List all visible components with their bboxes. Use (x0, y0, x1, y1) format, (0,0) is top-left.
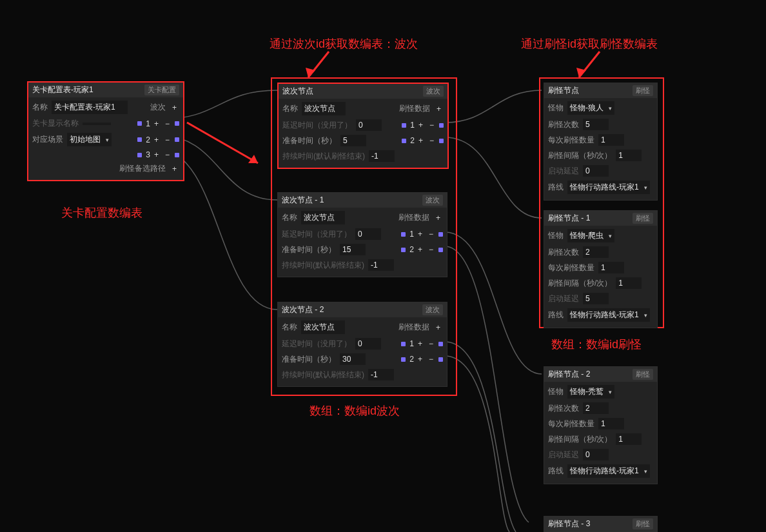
duration-input[interactable]: -1 (368, 259, 394, 271)
add-spawn-button[interactable]: + (433, 213, 443, 222)
count-label: 刷怪次数 (548, 247, 579, 258)
port-icon[interactable] (175, 137, 179, 142)
spawn-list-label: 刷怪数据 (398, 322, 429, 333)
spawn-node-2[interactable]: 刷怪节点 - 2刷怪 怪物怪物-秃鹫 刷怪次数2 每次刷怪数量1 刷怪间隔（秒/… (544, 366, 658, 484)
minus-icon[interactable]: − (426, 339, 436, 348)
spawn-index: 1 (409, 339, 414, 348)
interval-input[interactable]: 1 (616, 277, 642, 289)
plus-icon[interactable]: + (416, 121, 426, 130)
display-input[interactable] (83, 123, 111, 125)
per-label: 每次刷怪数量 (548, 419, 594, 429)
monster-select[interactable]: 怪物-爬虫 (567, 229, 614, 242)
route-select[interactable]: 怪物行动路线-玩家1 (567, 308, 650, 322)
display-label: 关卡显示名称 (32, 118, 79, 129)
interval-input[interactable]: 1 (616, 150, 642, 161)
annotation-top-right: 通过刷怪id获取刷怪数编表 (521, 36, 658, 52)
prepare-input[interactable]: 30 (340, 353, 366, 365)
svg-line-0 (308, 52, 329, 77)
name-input[interactable]: 波次节点 (302, 102, 346, 115)
per-input[interactable]: 1 (598, 134, 624, 146)
plus-icon[interactable]: + (152, 135, 161, 144)
minus-icon[interactable]: − (427, 136, 437, 145)
port-icon[interactable] (438, 357, 443, 362)
add-spawn-button[interactable]: + (433, 323, 443, 332)
delay-input[interactable]: 0 (355, 228, 381, 240)
wave-node-1[interactable]: 波次节点 - 1波次 名称波次节点刷怪数据+ 延迟时间（没用了）01+− 准备时… (277, 192, 447, 277)
port-icon[interactable] (438, 248, 443, 252)
node-header[interactable]: 关卡配置表-玩家1 关卡配置 (28, 83, 183, 97)
scene-select[interactable]: 初始地图 (67, 133, 112, 146)
delay-label: 延迟时间（没用了） (282, 229, 351, 240)
plus-icon[interactable]: + (152, 150, 161, 159)
name-label: 名称 (32, 102, 48, 113)
minus-icon[interactable]: − (426, 355, 436, 364)
minus-icon[interactable]: − (162, 150, 172, 159)
prepare-input[interactable]: 15 (340, 244, 366, 255)
port-icon[interactable] (175, 121, 179, 126)
per-input[interactable]: 1 (598, 262, 624, 273)
plus-icon[interactable]: + (152, 119, 161, 128)
spawn-node-3[interactable]: 刷怪节点 - 3刷怪 (544, 516, 658, 532)
port-icon[interactable] (438, 232, 443, 237)
interval-label: 刷怪间隔（秒/次） (548, 150, 612, 161)
duration-input[interactable]: -1 (369, 150, 395, 162)
interval-input[interactable]: 1 (616, 433, 642, 445)
count-label: 刷怪次数 (548, 119, 579, 130)
node-title: 刷怪节点 - 1 (548, 213, 590, 224)
minus-icon[interactable]: − (427, 121, 437, 130)
name-label: 名称 (282, 212, 297, 223)
port-icon (401, 357, 406, 362)
name-input[interactable]: 波次节点 (301, 320, 345, 334)
delay-input[interactable]: 0 (355, 338, 381, 350)
add-wave-button[interactable]: + (170, 103, 179, 112)
minus-icon[interactable]: − (162, 119, 172, 128)
minus-icon[interactable]: − (162, 135, 172, 144)
minus-icon[interactable]: − (426, 230, 436, 239)
route-select[interactable]: 怪物行动路线-玩家1 (567, 181, 650, 194)
node-title: 波次节点 - 1 (282, 195, 324, 206)
svg-line-4 (187, 123, 258, 163)
plus-icon[interactable]: + (415, 245, 425, 254)
wave-node-2[interactable]: 波次节点 - 2波次 名称波次节点刷怪数据+ 延迟时间（没用了）01+− 准备时… (277, 302, 447, 387)
route-select[interactable]: 怪物行动路线-玩家1 (567, 464, 650, 478)
delay-input[interactable]: 0 (356, 119, 382, 131)
plus-icon[interactable]: + (415, 339, 425, 348)
spawn-node-1[interactable]: 刷怪节点 - 1刷怪 怪物怪物-爬虫 刷怪次数2 每次刷怪数量1 刷怪间隔（秒/… (544, 210, 658, 328)
port-icon[interactable] (439, 123, 444, 128)
count-input[interactable]: 5 (583, 119, 609, 130)
start-delay-input[interactable]: 0 (583, 165, 609, 177)
annotation-left: 关卡配置数编表 (61, 205, 142, 221)
add-spawn-button[interactable]: + (434, 104, 444, 113)
port-icon[interactable] (439, 139, 444, 143)
wave-node-0[interactable]: 波次节点波次 名称波次节点刷怪数据+ 延迟时间（没用了）01+− 准备时间（秒）… (277, 83, 449, 169)
count-input[interactable]: 2 (583, 402, 609, 414)
node-title: 刷怪节点 (548, 85, 579, 96)
duration-input[interactable]: -1 (368, 369, 394, 380)
name-input[interactable]: 波次节点 (301, 211, 345, 224)
monster-select[interactable]: 怪物-狼人 (567, 101, 614, 115)
plus-icon[interactable]: + (415, 355, 425, 364)
start-delay-input[interactable]: 5 (583, 293, 609, 304)
prepare-label: 准备时间（秒） (282, 354, 336, 365)
add-path-button[interactable]: + (170, 164, 179, 173)
wave-list-label: 波次 (150, 102, 166, 113)
port-icon[interactable] (175, 153, 179, 157)
port-icon[interactable] (438, 342, 443, 346)
name-input[interactable]: 关卡配置表-玩家1 (52, 101, 128, 114)
node-tag: 刷怪 (633, 213, 653, 224)
start-delay-input[interactable]: 0 (583, 449, 609, 460)
interval-label: 刷怪间隔（秒/次） (548, 434, 612, 445)
plus-icon[interactable]: + (415, 230, 425, 239)
level-config-node[interactable]: 关卡配置表-玩家1 关卡配置 名称 关卡配置表-玩家1 波次 + 关卡显示名称 … (27, 81, 184, 181)
per-input[interactable]: 1 (598, 418, 624, 429)
plus-icon[interactable]: + (416, 136, 426, 145)
node-tag: 波次 (422, 304, 443, 315)
port-icon (401, 232, 406, 237)
monster-select[interactable]: 怪物-秃鹫 (567, 385, 614, 399)
count-input[interactable]: 2 (583, 246, 609, 258)
spawn-node-0[interactable]: 刷怪节点刷怪 怪物怪物-狼人 刷怪次数5 每次刷怪数量1 刷怪间隔（秒/次）1 … (544, 83, 658, 201)
minus-icon[interactable]: − (426, 245, 436, 254)
port-icon (137, 153, 142, 157)
prepare-input[interactable]: 5 (340, 135, 366, 146)
annotation-mid: 数组：数编id波次 (309, 403, 400, 419)
